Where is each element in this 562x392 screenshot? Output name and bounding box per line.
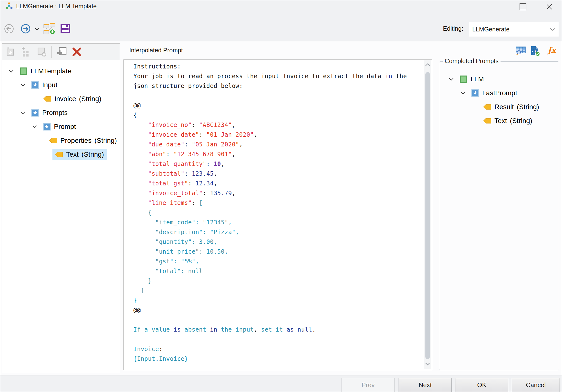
back-icon — [4, 24, 14, 35]
cancel-button[interactable]: Cancel — [512, 378, 560, 392]
add-collection-icon — [20, 46, 31, 57]
prompt-line: "due_date": "05 Jan 2020", — [133, 140, 423, 149]
prompt-line: "unit_price": 10.50, — [133, 247, 423, 257]
prompt-line: "description": "Pizza", — [133, 227, 423, 237]
template-node-icon — [459, 75, 468, 83]
tree-item-label: LLM — [470, 75, 484, 83]
prompt-line: "invoice_total": 135.79, — [133, 188, 423, 198]
chevron-down-icon[interactable] — [20, 110, 29, 115]
prompt-line: { — [133, 110, 423, 120]
ok-button[interactable]: OK — [455, 378, 508, 392]
collection-node-icon — [31, 109, 39, 117]
tree-item-properties[interactable]: Properties(String) — [2, 134, 120, 147]
maximize-button[interactable] — [520, 3, 527, 10]
prompt-line: } — [133, 276, 423, 286]
prompt-line: "gst": "5%", — [133, 257, 423, 266]
prompt-line: "line_items": [ — [133, 198, 423, 208]
chevron-down-icon[interactable] — [8, 69, 17, 74]
chevron-down-icon[interactable] — [460, 91, 469, 96]
collection-node-icon — [31, 81, 39, 89]
tree-item-lastprompt[interactable]: LastPrompt — [439, 86, 559, 100]
prompt-line: {Input.Invoice} — [133, 354, 423, 364]
llm-template-window: LLMGenerate : LLM Template — [0, 0, 562, 392]
tree-item-label: Text — [494, 117, 507, 125]
scrollbar-thumb[interactable] — [425, 72, 430, 359]
prev-button: Prev — [341, 378, 395, 392]
scroll-up-icon[interactable] — [425, 62, 431, 68]
chevron-down-icon[interactable] — [448, 77, 457, 82]
add-node-icon[interactable] — [56, 46, 67, 57]
forward-dropdown-chevron-icon[interactable] — [34, 27, 40, 32]
prompt-line — [133, 315, 423, 325]
close-button[interactable] — [545, 3, 553, 11]
vertical-scrollbar — [424, 60, 431, 369]
editing-label: Editing: — [443, 25, 463, 32]
next-button[interactable]: Next — [398, 378, 452, 392]
template-tree: LLMTemplateInputInvoice(String)PromptsPr… — [2, 64, 120, 161]
delete-icon[interactable] — [71, 46, 82, 57]
tree-item-label: Prompts — [42, 109, 68, 117]
table-preview-icon[interactable] — [516, 46, 526, 56]
tree-item-type: (String) — [94, 137, 117, 145]
tree-item-label: Invoice — [54, 95, 76, 103]
tree-item-invoice[interactable]: Invoice(String) — [2, 92, 120, 106]
attribute-tag-icon — [483, 104, 492, 110]
prompt-line: "total": null — [133, 266, 423, 276]
tree-item-text[interactable]: Text(String) — [2, 147, 120, 161]
prompt-line: "total_gst": 12.34, — [133, 179, 423, 188]
tree-item-llmtemplate[interactable]: LLMTemplate — [2, 64, 120, 78]
tree-item-content[interactable]: Result(String) — [481, 101, 542, 112]
prompt-line: Your job is to read an process the input… — [133, 71, 423, 81]
tree-item-content[interactable]: Invoice(String) — [41, 94, 105, 104]
tree-item-content[interactable]: LastPrompt — [469, 88, 520, 99]
json-validate-icon[interactable]: {) — [530, 46, 540, 57]
window-title: LLMGenerate : LLM Template — [16, 2, 97, 10]
tree-item-content[interactable]: Text(String) — [481, 115, 535, 126]
toolbar-separator — [51, 46, 52, 58]
prompt-corner-icons: {) ƒx — [515, 46, 561, 56]
template-node-icon — [19, 67, 28, 75]
prompt-line: } — [133, 295, 423, 305]
interpolated-prompt-area: Instructions:Your job is to read an proc… — [123, 59, 432, 370]
prompt-line: ] — [133, 286, 423, 295]
tree-item-label: LLMTemplate — [31, 67, 71, 75]
tree-item-content[interactable]: LLM — [457, 74, 487, 85]
tree-item-label: LastPrompt — [482, 89, 517, 97]
chevron-down-icon[interactable] — [32, 124, 41, 129]
footer-bar: Prev Next OK Cancel — [0, 375, 562, 392]
tree-item-content[interactable]: Input — [29, 79, 60, 91]
prompt-line: "abn": "12 345 678 901", — [133, 149, 423, 159]
forward-icon[interactable] — [21, 24, 31, 35]
tree-item-content[interactable]: LLMTemplate — [17, 66, 74, 77]
app-logo-icon — [5, 2, 13, 10]
tree-item-content[interactable]: Prompts — [29, 107, 70, 118]
attribute-tag-icon — [54, 152, 63, 157]
tree-item-text[interactable]: Text(String) — [439, 114, 559, 128]
save-icon[interactable] — [60, 23, 70, 34]
editing-combobox[interactable]: LLMGenerate — [469, 22, 559, 36]
tree-item-llm[interactable]: LLM — [439, 72, 559, 86]
prompt-editor[interactable]: Instructions:Your job is to read an proc… — [124, 60, 423, 370]
prompt-line: @@ — [133, 305, 423, 315]
prompt-line — [133, 91, 423, 101]
prompt-line: "item_code": "12345", — [133, 218, 423, 227]
prompt-line — [133, 335, 423, 344]
chevron-down-icon[interactable] — [20, 83, 29, 88]
tree-item-input[interactable]: Input — [2, 78, 120, 92]
prompt-line: "invoice_date": "01 Jan 2020", — [133, 130, 423, 140]
tree-item-prompts[interactable]: Prompts — [2, 106, 120, 120]
tree-item-content[interactable]: Properties(String) — [47, 135, 120, 146]
tree-item-label: Properties — [60, 137, 92, 145]
chevron-down-icon — [550, 27, 555, 32]
tree-item-content[interactable]: Prompt — [41, 121, 79, 132]
generate-template-icon[interactable] — [43, 22, 56, 35]
scroll-down-icon[interactable] — [425, 361, 431, 367]
tree-item-prompt[interactable]: Prompt — [2, 120, 120, 134]
add-child-node-icon — [5, 46, 15, 57]
tree-item-label: Text — [66, 151, 79, 158]
function-icon[interactable]: ƒx — [548, 45, 556, 55]
tree-item-result[interactable]: Result(String) — [439, 100, 559, 114]
attribute-tag-icon — [49, 138, 58, 144]
selected-tree-item[interactable]: Text(String) — [52, 149, 107, 160]
prompt-line: "total_quantity": 10, — [133, 159, 423, 169]
